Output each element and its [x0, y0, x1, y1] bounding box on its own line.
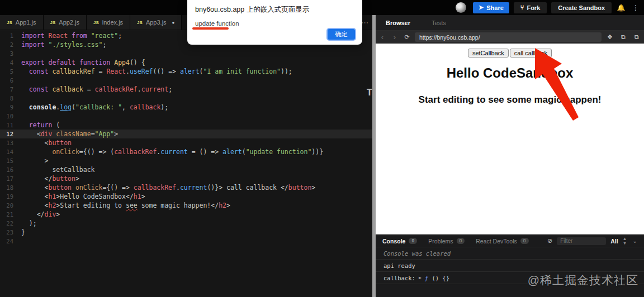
code-line: 6 [0, 76, 372, 85]
browser-nav-bar: ‹ › ⟳ https://bny6ou.csb.app/ ❖ ⧉ ⧉ [376, 31, 644, 44]
more-menu-icon[interactable]: ⋮ [631, 4, 641, 12]
editor-tab-index.js[interactable]: JSindex.js [87, 15, 130, 30]
code-line: 12 <div className="App"> [0, 130, 372, 138]
fork-button[interactable]: ⑂ Fork [514, 2, 547, 13]
js-file-icon: JS [7, 20, 12, 25]
log-level-value: All [610, 238, 618, 245]
console-tab-label: Console [382, 238, 405, 245]
code-line: 22 ); [0, 219, 372, 228]
code-text: <div className="App"> [21, 130, 118, 138]
code-line: 4export default function App4() { [0, 58, 372, 67]
line-number: 4 [0, 58, 21, 67]
back-icon[interactable]: ‹ [378, 33, 387, 41]
code-line: 19 <h1>Hello CodeSandbox</h1> [0, 192, 372, 201]
fork-icon: ⑂ [520, 4, 524, 11]
editor-tab-App2.js[interactable]: JSApp2.js [44, 15, 87, 30]
code-text: </div> [21, 210, 60, 219]
console-controls: ⊘ All ▴▾ ⌄ [547, 237, 637, 246]
responsive-mode-icon[interactable]: ❖ [605, 33, 615, 41]
editor-tab-App3.js[interactable]: JSApp3.js● [130, 15, 182, 30]
line-number: 10 [0, 112, 21, 121]
alert-dialog-title: bny6ou.csb.app 上的嵌入式页面显示 [187, 0, 362, 15]
line-number: 11 [0, 121, 21, 130]
code-line: 3 [0, 49, 372, 58]
count-badge: 0 [409, 238, 417, 244]
setcallback-button[interactable]: setCallback [468, 49, 509, 58]
user-avatar[interactable] [456, 2, 466, 13]
console-log-label: callback: [383, 275, 415, 281]
forward-icon[interactable]: › [390, 33, 399, 41]
editor-tab-label: App3.js [146, 19, 167, 26]
preview-panel: Browser Tests ‹ › ⟳ https://bny6ou.csb.a… [376, 15, 644, 297]
preview-tab-bar: Browser Tests [376, 15, 644, 31]
console-row: Console was cleared [376, 247, 644, 260]
line-number: 12 [0, 130, 21, 138]
code-text: import React from "react"; [21, 31, 122, 40]
code-text: import "./styles.css"; [21, 40, 106, 49]
code-text: const callback = callbackRef.current; [21, 85, 172, 94]
console-tab-console[interactable]: Console0 [382, 238, 417, 245]
code-text: <button [21, 138, 72, 147]
editor-tab-label: index.js [102, 19, 123, 26]
collapse-console-icon[interactable]: ⌄ [633, 238, 637, 244]
tab-tests[interactable]: Tests [432, 20, 446, 26]
code-line: 24 [0, 237, 372, 246]
reload-icon[interactable]: ⟳ [402, 33, 411, 41]
console-row: api ready [376, 260, 644, 272]
count-badge: 0 [520, 238, 529, 244]
unsaved-indicator-icon: ● [172, 20, 175, 25]
call-callback-button[interactable]: call callback [510, 49, 552, 58]
code-line: 14 onClick={() => (callbackRef.current =… [0, 147, 372, 156]
open-in-new-window-icon[interactable]: ⧉ [618, 33, 628, 41]
preview-subheading: Start editing to see some magic happen! [376, 94, 644, 106]
line-number: 19 [0, 192, 21, 201]
create-sandbox-button[interactable]: Create Sandbox [551, 2, 612, 13]
share-button[interactable]: ➤ Share [473, 2, 509, 13]
popout-window-icon[interactable]: ⧉ [632, 33, 642, 41]
code-line: 23} [0, 228, 372, 237]
code-line: 18 <button onClick={() => callbackRef.cu… [0, 183, 372, 192]
code-text: setCallback [21, 165, 95, 174]
share-arrow-icon: ➤ [479, 4, 484, 11]
console-log-text: api ready [383, 262, 415, 269]
code-area[interactable]: 1import React from "react";2import "./st… [0, 30, 372, 246]
tab-browser[interactable]: Browser [386, 20, 410, 26]
code-text: <h1>Hello CodeSandbox</h1> [21, 192, 145, 201]
code-text: <h2>Start editing to see some magic happ… [21, 201, 230, 210]
notifications-bell-icon[interactable]: 🔔 [616, 4, 626, 12]
red-underline-annotation [192, 27, 229, 30]
line-number: 20 [0, 201, 21, 210]
console-tab-bar: Console0Problems0React DevTools0 ⊘ All ▴… [376, 235, 644, 247]
line-number: 24 [0, 237, 21, 246]
line-number: 2 [0, 40, 21, 49]
create-sandbox-label: Create Sandbox [558, 4, 605, 11]
console-tab-react-devtools[interactable]: React DevTools0 [476, 238, 528, 245]
fork-label: Fork [527, 4, 540, 11]
preview-button-row: setCallback call callback [376, 44, 644, 58]
line-number: 15 [0, 156, 21, 165]
log-level-select[interactable]: All ▴▾ [610, 237, 626, 246]
code-text: const callbackRef = React.useRef(() => a… [21, 67, 292, 76]
line-number: 17 [0, 174, 21, 183]
code-line: 7 const callback = callbackRef.current; [0, 85, 372, 94]
console-tab-problems[interactable]: Problems0 [428, 238, 465, 245]
watermark: @稀土掘金技术社区 [528, 272, 638, 288]
code-text: > [21, 156, 48, 165]
line-number: 13 [0, 138, 21, 147]
code-text: console.log("callback: ", callback); [21, 103, 168, 112]
code-text: } [21, 228, 25, 237]
expand-triangle-icon[interactable]: ▶ [419, 275, 422, 280]
code-line: 9 console.log("callback: ", callback); [0, 103, 372, 112]
console-tab-label: Problems [428, 238, 453, 245]
alert-dialog: bny6ou.csb.app 上的嵌入式页面显示 update function… [187, 0, 362, 45]
console-cleared-text: Console was cleared [383, 250, 451, 257]
clear-console-icon[interactable]: ⊘ [547, 237, 552, 245]
share-label: Share [486, 4, 504, 11]
line-number: 8 [0, 94, 21, 103]
dialog-ok-button[interactable]: 确定 [326, 28, 356, 41]
code-text: <button onClick={() => callbackRef.curre… [21, 183, 315, 192]
console-filter-input[interactable] [557, 237, 606, 245]
url-bar[interactable]: https://bny6ou.csb.app/ [415, 32, 602, 42]
line-number: 21 [0, 210, 21, 219]
editor-tab-App1.js[interactable]: JSApp1.js [0, 15, 44, 30]
